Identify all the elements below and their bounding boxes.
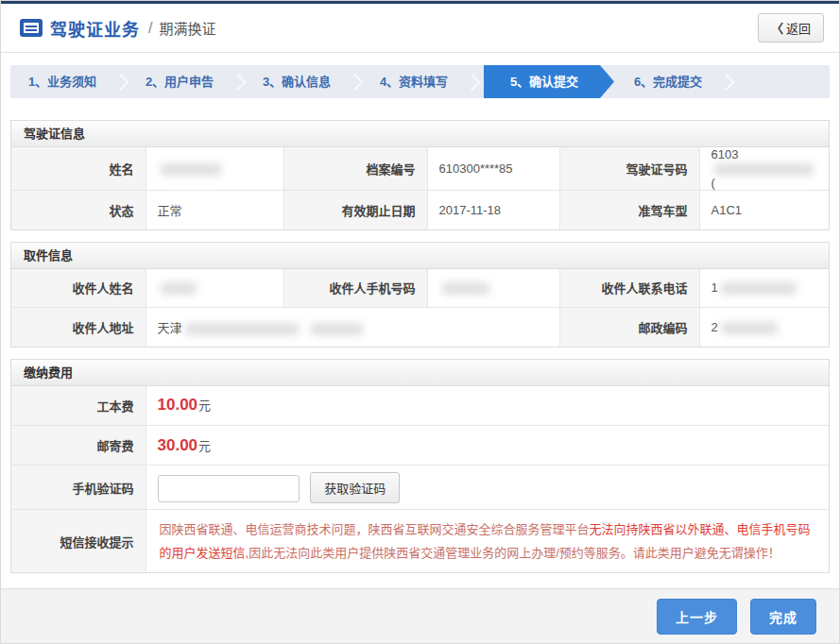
label-license-number: 驾驶证号码 bbox=[559, 147, 699, 191]
label-file-number: 档案编号 bbox=[283, 147, 427, 191]
label-sms-code: 手机验证码 bbox=[11, 466, 146, 510]
step-separator-icon bbox=[349, 65, 362, 98]
license-info-table: 姓名 档案编号 610300****85 驾驶证号码 6103( 状态 正常 有… bbox=[11, 147, 829, 229]
label-status: 状态 bbox=[11, 191, 146, 229]
redacted-recipient-mobile bbox=[442, 282, 489, 295]
section-title-fees: 缴纳费用 bbox=[11, 360, 829, 386]
license-number-prefix: 6103 bbox=[711, 147, 739, 161]
table-row: 工本费 10.00元 bbox=[11, 386, 829, 426]
table-row: 姓名 档案编号 610300****85 驾驶证号码 6103( bbox=[11, 147, 829, 191]
step-5-confirm-submit-active[interactable]: 5、确认提交 bbox=[484, 65, 614, 98]
recipient-address-prefix: 天津 bbox=[158, 321, 182, 335]
value-license-number: 6103( bbox=[699, 147, 829, 191]
license-business-icon bbox=[20, 19, 43, 37]
back-button[interactable]: 〈返回 bbox=[758, 13, 824, 42]
step-3-confirm-info[interactable]: 3、确认信息 bbox=[245, 65, 349, 98]
section-fees: 缴纳费用 工本费 10.00元 邮寄费 30.00元 手机验证码 获取验证码 短… bbox=[10, 359, 830, 574]
section-title-pickup: 取件信息 bbox=[11, 243, 829, 269]
finish-button[interactable]: 完成 bbox=[750, 599, 816, 635]
step-bar-filler bbox=[733, 65, 830, 98]
table-row: 手机验证码 获取验证码 bbox=[11, 466, 829, 510]
step-separator-icon bbox=[720, 65, 733, 98]
label-sms-notice: 短信接收提示 bbox=[11, 510, 146, 573]
value-status: 正常 bbox=[146, 191, 283, 229]
label-vehicle-class: 准驾车型 bbox=[559, 191, 699, 229]
step-1-business-notice[interactable]: 1、业务须知 bbox=[10, 65, 114, 98]
step-separator-icon bbox=[466, 65, 479, 98]
value-vehicle-class: A1C1 bbox=[699, 191, 829, 229]
value-file-number: 610300****85 bbox=[427, 147, 559, 191]
recipient-phone-prefix: 1 bbox=[711, 280, 718, 295]
section-pickup-info: 取件信息 收件人姓名 收件人手机号码 收件人联系电话 1 收件人地址 天津 邮政… bbox=[10, 242, 830, 347]
redacted-recipient-phone bbox=[721, 282, 797, 295]
pickup-info-table: 收件人姓名 收件人手机号码 收件人联系电话 1 收件人地址 天津 邮政编码 2 bbox=[11, 269, 829, 347]
label-work-fee: 工本费 bbox=[11, 386, 146, 426]
step-progress-bar: 1、业务须知 2、用户申告 3、确认信息 4、资料填写 5、确认提交 6、完成提… bbox=[10, 65, 830, 98]
label-recipient-mobile: 收件人手机号码 bbox=[283, 269, 427, 308]
label-mail-fee: 邮寄费 bbox=[11, 426, 146, 466]
table-row: 收件人地址 天津 邮政编码 2 bbox=[11, 308, 829, 347]
step-6-finish-submit[interactable]: 6、完成提交 bbox=[616, 65, 720, 98]
redacted-license-number bbox=[714, 163, 814, 176]
sms-code-input[interactable] bbox=[158, 475, 300, 502]
header: 驾驶证业务 / 期满换证 〈返回 bbox=[1, 4, 839, 53]
label-recipient-address: 收件人地址 bbox=[11, 308, 146, 347]
table-row: 邮寄费 30.00元 bbox=[11, 426, 829, 466]
breadcrumb-current: 期满换证 bbox=[159, 18, 215, 38]
back-button-label: 返回 bbox=[786, 22, 811, 36]
value-sms-notice: 因陕西省联通、电信运营商技术问题，陕西省互联网交通安全综合服务管理平台无法向持陕… bbox=[146, 510, 829, 573]
postal-code-prefix: 2 bbox=[711, 320, 718, 334]
sms-notice-text: 因陕西省联通、电信运营商技术问题，陕西省互联网交通安全综合服务管理平台 bbox=[160, 522, 590, 536]
page-title: 驾驶证业务 bbox=[50, 16, 140, 41]
redacted-name bbox=[161, 163, 221, 176]
step-2-user-declaration[interactable]: 2、用户申告 bbox=[128, 65, 231, 98]
step-4-fill-data[interactable]: 4、资料填写 bbox=[362, 65, 466, 98]
breadcrumb: 驾驶证业务 / 期满换证 bbox=[20, 16, 215, 41]
section-license-info: 驾驶证信息 姓名 档案编号 610300****85 驾驶证号码 6103( 状… bbox=[10, 120, 830, 230]
label-name: 姓名 bbox=[11, 147, 146, 191]
footer-action-bar: 上一步 完成 bbox=[1, 588, 839, 643]
label-expiry-date: 有效期止日期 bbox=[283, 191, 427, 229]
section-title-license: 驾驶证信息 bbox=[11, 121, 829, 147]
value-recipient-mobile bbox=[427, 269, 559, 308]
value-expiry-date: 2017-11-18 bbox=[427, 191, 559, 229]
chevron-left-icon: 〈 bbox=[771, 22, 783, 36]
step-separator-icon bbox=[114, 65, 128, 98]
value-mail-fee: 30.00元 bbox=[146, 426, 829, 466]
page-root: { "header": { "title": "驾驶证业务", "separat… bbox=[0, 0, 840, 644]
work-fee-amount: 10.00 bbox=[158, 396, 198, 414]
value-sms-code: 获取验证码 bbox=[146, 466, 829, 510]
value-recipient-address: 天津 bbox=[146, 308, 559, 347]
get-sms-code-button[interactable]: 获取验证码 bbox=[310, 472, 400, 503]
table-row: 短信接收提示 因陕西省联通、电信运营商技术问题，陕西省互联网交通安全综合服务管理… bbox=[11, 510, 829, 573]
sms-notice-text-2: 因此无法向此类用户提供陕西省交通管理业务的网上办理/预约等服务。请此类用户避免无… bbox=[249, 546, 780, 560]
table-row: 状态 正常 有效期止日期 2017-11-18 准驾车型 A1C1 bbox=[11, 191, 829, 229]
mail-fee-unit: 元 bbox=[198, 439, 211, 453]
table-row: 收件人姓名 收件人手机号码 收件人联系电话 1 bbox=[11, 269, 829, 308]
label-recipient-name: 收件人姓名 bbox=[11, 269, 146, 308]
redacted-recipient-address-2 bbox=[311, 323, 363, 335]
value-name bbox=[146, 147, 283, 191]
value-recipient-phone: 1 bbox=[699, 269, 829, 308]
license-number-suffix: ( bbox=[711, 176, 715, 190]
step-separator-icon bbox=[231, 65, 245, 98]
redacted-postal-code bbox=[721, 322, 778, 334]
value-postal-code: 2 bbox=[699, 308, 829, 347]
value-recipient-name bbox=[146, 269, 283, 308]
redacted-recipient-address bbox=[185, 323, 299, 335]
value-work-fee: 10.00元 bbox=[146, 386, 829, 426]
breadcrumb-separator: / bbox=[148, 20, 152, 37]
label-recipient-phone: 收件人联系电话 bbox=[559, 269, 699, 308]
fees-table: 工本费 10.00元 邮寄费 30.00元 手机验证码 获取验证码 短信接收提示… bbox=[11, 386, 829, 573]
work-fee-unit: 元 bbox=[198, 398, 211, 413]
redacted-recipient-name bbox=[161, 282, 197, 295]
label-postal-code: 邮政编码 bbox=[559, 308, 699, 347]
mail-fee-amount: 30.00 bbox=[158, 436, 198, 454]
previous-step-button[interactable]: 上一步 bbox=[657, 599, 737, 635]
